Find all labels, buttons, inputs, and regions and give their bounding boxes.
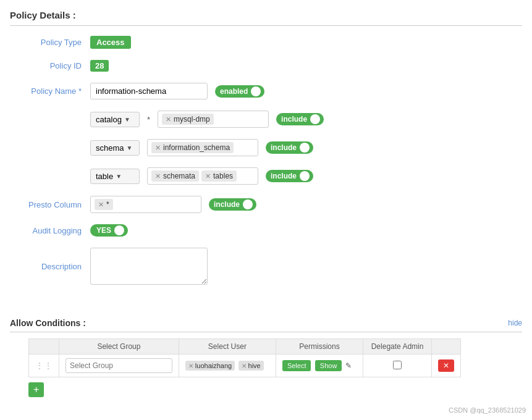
action-col-header <box>432 339 461 355</box>
policy-name-row: Policy Name * enabled <box>10 83 522 99</box>
presto-tag-input[interactable]: ✕ * <box>90 196 201 213</box>
table-dropdown[interactable]: table ▼ <box>90 169 140 184</box>
policy-details-title: Policy Details : <box>10 10 522 26</box>
audit-logging-label: Audit Logging <box>10 226 90 235</box>
catalog-include-toggle[interactable]: include <box>276 113 324 125</box>
user-tag-hive-value: hive <box>248 362 261 369</box>
catalog-dropdown[interactable]: catalog ▼ <box>90 112 140 127</box>
add-row-button[interactable]: + <box>28 382 44 397</box>
table-tag-tables: ✕ tables <box>201 170 237 182</box>
presto-include-knob <box>243 200 253 209</box>
description-textarea[interactable] <box>90 248 208 285</box>
permissions-cell: Select Show ✎ <box>276 355 363 377</box>
table-tag-tables-remove[interactable]: ✕ <box>205 172 211 180</box>
catalog-tag-value: mysql-dmp <box>174 115 210 124</box>
allow-conditions-title: Allow Conditions : <box>10 318 86 328</box>
allow-conditions-section: Allow Conditions : hide Select Group Sel… <box>0 312 532 397</box>
description-row: Description <box>10 248 522 285</box>
presto-column-content: ✕ * include <box>90 196 256 213</box>
presto-include-toggle[interactable]: include <box>209 198 256 211</box>
table-content: table ▼ ✕ schemata ✕ tables include <box>90 167 313 185</box>
audit-logging-row: Audit Logging YES <box>10 224 522 237</box>
table-include-toggle[interactable]: include <box>266 170 313 182</box>
schema-row: schema ▼ ✕ information_schema include <box>10 139 522 156</box>
catalog-dropdown-label: catalog <box>96 115 122 124</box>
audit-yes-label: YES <box>96 226 111 235</box>
show-permission-button[interactable]: Show <box>315 360 342 371</box>
enabled-toggle[interactable]: enabled <box>215 85 264 98</box>
policy-name-input[interactable] <box>90 83 208 99</box>
description-label: Description <box>10 262 90 271</box>
permissions-header: Permissions <box>276 339 363 355</box>
schema-tag-value: information_schema <box>163 143 230 152</box>
select-permission-button[interactable]: Select <box>282 360 311 371</box>
table-tag-schemata-remove[interactable]: ✕ <box>155 172 161 180</box>
description-content <box>90 248 208 285</box>
policy-type-row: Policy Type Access <box>10 36 522 49</box>
presto-column-label: Presto Column <box>10 200 90 209</box>
presto-tag-value: * <box>106 200 109 209</box>
select-group-input[interactable] <box>65 358 172 373</box>
permissions-edit-icon[interactable]: ✎ <box>344 360 353 371</box>
policy-id-content: 28 <box>90 60 109 72</box>
catalog-tag: ✕ mysql-dmp <box>162 114 214 125</box>
schema-include-toggle[interactable]: include <box>266 141 313 154</box>
policy-name-content: enabled <box>90 83 264 99</box>
audit-logging-content: YES <box>90 224 128 237</box>
schema-include-label: include <box>271 143 297 152</box>
table-include-label: include <box>271 172 297 180</box>
user-tag-luohaizhang-value: luohaizhang <box>195 362 232 369</box>
table-tag-schemata: ✕ schemata <box>151 170 199 182</box>
schema-dropdown[interactable]: schema ▼ <box>90 140 140 156</box>
table-tag-schemata-value: schemata <box>163 172 195 180</box>
drag-handle-icon[interactable]: ⋮⋮ <box>35 361 53 371</box>
conditions-table: Select Group Select User Permissions Del… <box>28 338 461 377</box>
delete-cell: ✕ <box>432 355 461 377</box>
catalog-dropdown-arrow: ▼ <box>124 116 130 123</box>
policy-type-badge: Access <box>90 36 131 49</box>
select-user-cell: ✕ luohaizhang ✕ hive <box>179 355 276 377</box>
audit-logging-toggle[interactable]: YES <box>90 224 128 237</box>
table-dropdown-arrow: ▼ <box>116 173 122 180</box>
schema-tag-input[interactable]: ✕ information_schema <box>147 139 258 156</box>
table-tag-tables-value: tables <box>213 172 233 180</box>
policy-type-content: Access <box>90 36 131 49</box>
policy-id-label: Policy ID <box>10 61 90 70</box>
presto-column-row: Presto Column ✕ * include <box>10 196 522 213</box>
drag-handle-cell: ⋮⋮ <box>29 355 59 377</box>
policy-type-label: Policy Type <box>10 38 90 47</box>
catalog-required-star: * <box>147 115 150 124</box>
policy-name-label: Policy Name * <box>10 86 90 96</box>
schema-tag: ✕ information_schema <box>151 142 234 153</box>
catalog-row: catalog ▼ * ✕ mysql-dmp include <box>10 111 522 128</box>
catalog-include-label: include <box>281 115 307 124</box>
catalog-tag-remove[interactable]: ✕ <box>166 116 171 124</box>
user-tag-luohaizhang-remove[interactable]: ✕ <box>188 363 193 369</box>
schema-dropdown-arrow: ▼ <box>127 145 133 151</box>
conditions-header-row: Select Group Select User Permissions Del… <box>29 339 461 355</box>
select-group-header: Select Group <box>59 339 179 355</box>
table-tag-input[interactable]: ✕ schemata ✕ tables <box>147 167 258 185</box>
table-row: ⋮⋮ ✕ luohaizhang ✕ hive Select <box>29 355 461 377</box>
enabled-label: enabled <box>220 87 248 96</box>
policy-id-row: Policy ID 28 <box>10 60 522 72</box>
delegate-admin-cell <box>363 355 432 377</box>
schema-content: schema ▼ ✕ information_schema include <box>90 139 313 156</box>
delegate-admin-checkbox[interactable] <box>393 361 402 369</box>
drag-col-header <box>29 339 59 355</box>
catalog-content: catalog ▼ * ✕ mysql-dmp include <box>90 111 324 128</box>
catalog-include-knob <box>310 114 320 124</box>
user-tag-hive: ✕ hive <box>239 361 264 371</box>
hide-link[interactable]: hide <box>508 319 522 327</box>
audit-toggle-knob <box>114 225 124 235</box>
user-tag-hive-remove[interactable]: ✕ <box>242 363 247 369</box>
presto-tag-remove[interactable]: ✕ <box>98 201 104 209</box>
user-tag-luohaizhang: ✕ luohaizhang <box>185 361 235 371</box>
table-include-knob <box>300 171 310 181</box>
catalog-tag-input[interactable]: ✕ mysql-dmp <box>158 111 269 128</box>
table-dropdown-label: table <box>96 172 113 181</box>
select-group-cell <box>59 355 179 377</box>
schema-tag-remove[interactable]: ✕ <box>155 144 161 152</box>
delete-row-button[interactable]: ✕ <box>438 359 454 372</box>
enabled-toggle-knob <box>251 86 261 96</box>
